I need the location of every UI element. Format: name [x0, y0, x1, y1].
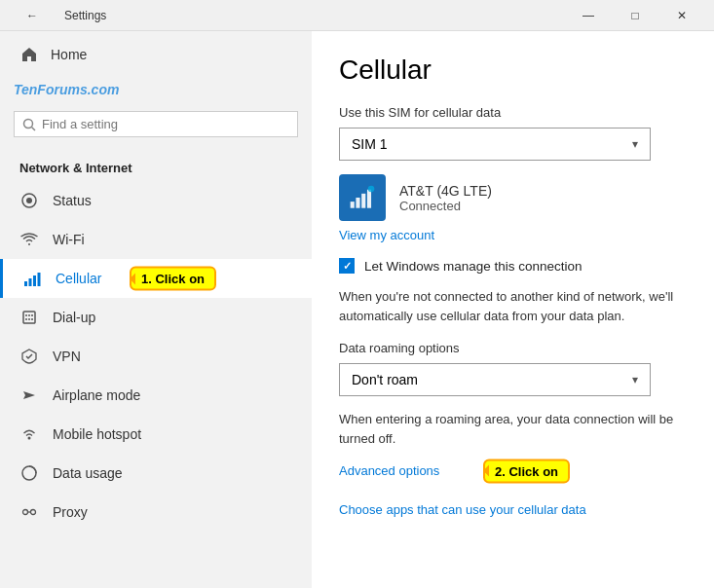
sim-value: SIM 1	[352, 136, 388, 152]
cellular-label: Cellular	[56, 271, 101, 286]
roaming-dropdown-chevron: ▾	[632, 373, 638, 386]
proxy-label: Proxy	[53, 504, 88, 520]
choose-apps-link[interactable]: Choose apps that can use your cellular d…	[339, 502, 586, 517]
dialup-label: Dial-up	[53, 310, 95, 325]
title-bar-controls: — □ ✕	[566, 0, 704, 31]
hotspot-label: Mobile hotspot	[53, 426, 141, 442]
svg-point-3	[26, 198, 32, 203]
sidebar-item-dialup[interactable]: Dial-up	[0, 298, 312, 337]
content-panel: Cellular Use this SIM for cellular data …	[312, 31, 714, 588]
sidebar-item-proxy[interactable]: Proxy	[0, 493, 312, 532]
main-layout: Home TenForums.com Network & Internet St…	[0, 31, 714, 588]
roaming-value: Don't roam	[352, 372, 418, 387]
svg-rect-22	[361, 194, 365, 208]
svg-rect-5	[29, 278, 32, 286]
minimize-button[interactable]: —	[566, 0, 611, 31]
airplane-icon	[19, 386, 39, 405]
sidebar: Home TenForums.com Network & Internet St…	[0, 31, 312, 588]
svg-point-18	[31, 510, 36, 515]
svg-rect-21	[356, 198, 359, 208]
checkbox-label: Let Windows manage this connection	[364, 259, 582, 274]
svg-rect-7	[38, 273, 41, 286]
svg-point-10	[28, 314, 30, 316]
vpn-icon	[19, 347, 39, 366]
sidebar-item-airplane[interactable]: Airplane mode	[0, 376, 312, 415]
title-bar-left: ← Settings	[10, 0, 106, 31]
dialup-icon	[19, 308, 39, 327]
svg-point-14	[31, 318, 33, 320]
svg-rect-8	[23, 312, 35, 323]
sidebar-item-vpn[interactable]: VPN	[0, 337, 312, 376]
vpn-label: VPN	[53, 349, 81, 364]
carrier-name: AT&T (4G LTE)	[399, 183, 492, 199]
window-title: Settings	[64, 9, 106, 22]
svg-point-9	[25, 314, 27, 316]
annotation-1: 1. Click on	[130, 267, 216, 291]
svg-point-0	[24, 119, 33, 128]
airplane-label: Airplane mode	[53, 387, 140, 403]
svg-point-15	[28, 437, 31, 440]
proxy-icon	[19, 502, 39, 522]
carrier-status: Connected	[399, 199, 492, 213]
hotspot-icon	[19, 424, 39, 444]
search-input[interactable]	[42, 117, 289, 131]
advanced-link-row: Advanced options 2. Click on	[339, 463, 687, 478]
wifi-icon	[19, 230, 39, 249]
title-bar: ← Settings — □ ✕	[0, 0, 714, 31]
advanced-options-link[interactable]: Advanced options	[339, 463, 439, 478]
svg-rect-4	[24, 281, 27, 286]
svg-rect-20	[351, 202, 355, 208]
roaming-label: Data roaming options	[339, 341, 687, 355]
svg-point-12	[25, 318, 27, 320]
page-title: Cellular	[339, 55, 687, 86]
home-icon	[19, 45, 39, 64]
status-label: Status	[53, 193, 92, 208]
roaming-dropdown[interactable]: Don't roam ▾	[339, 363, 651, 396]
carrier-icon	[339, 174, 386, 221]
carrier-card: AT&T (4G LTE) Connected	[339, 174, 687, 221]
home-label: Home	[51, 47, 87, 62]
sidebar-item-cellular[interactable]: Cellular 1. Click on	[0, 259, 312, 298]
sidebar-item-status[interactable]: Status	[0, 181, 312, 220]
svg-point-24	[368, 186, 375, 193]
sim-dropdown[interactable]: SIM 1 ▾	[339, 128, 651, 161]
maximize-button[interactable]: □	[613, 0, 658, 31]
sidebar-item-datausage[interactable]: Data usage	[0, 454, 312, 493]
sim-dropdown-chevron: ▾	[632, 137, 638, 151]
sidebar-item-wifi[interactable]: Wi-Fi	[0, 220, 312, 259]
search-icon	[22, 118, 36, 131]
svg-rect-23	[367, 190, 371, 208]
search-box[interactable]	[14, 111, 298, 137]
svg-point-17	[23, 510, 28, 515]
svg-rect-6	[33, 276, 36, 286]
sim-label: Use this SIM for cellular data	[339, 105, 687, 120]
sidebar-item-home[interactable]: Home	[0, 31, 312, 78]
wifi-label: Wi-Fi	[53, 232, 85, 247]
svg-point-11	[31, 314, 33, 316]
close-button[interactable]: ✕	[659, 0, 704, 31]
datausage-label: Data usage	[53, 465, 123, 481]
roaming-description: When entering a roaming area, your data …	[339, 410, 687, 448]
watermark: TenForums.com	[0, 78, 312, 105]
datausage-icon	[19, 463, 39, 483]
annotation-2: 2. Click on	[483, 459, 570, 483]
svg-point-13	[28, 318, 30, 320]
connection-description: When you're not connected to another kin…	[339, 287, 687, 325]
sidebar-item-hotspot[interactable]: Mobile hotspot	[0, 415, 312, 454]
carrier-info: AT&T (4G LTE) Connected	[399, 183, 492, 213]
back-button[interactable]: ←	[10, 0, 55, 31]
sidebar-category: Network & Internet	[0, 151, 312, 181]
checkbox-row[interactable]: Let Windows manage this connection	[339, 258, 687, 274]
cellular-icon	[22, 269, 42, 288]
svg-line-1	[32, 127, 36, 130]
status-icon	[19, 191, 39, 210]
manage-connection-checkbox[interactable]	[339, 258, 355, 274]
view-account-link[interactable]: View my account	[339, 228, 434, 242]
